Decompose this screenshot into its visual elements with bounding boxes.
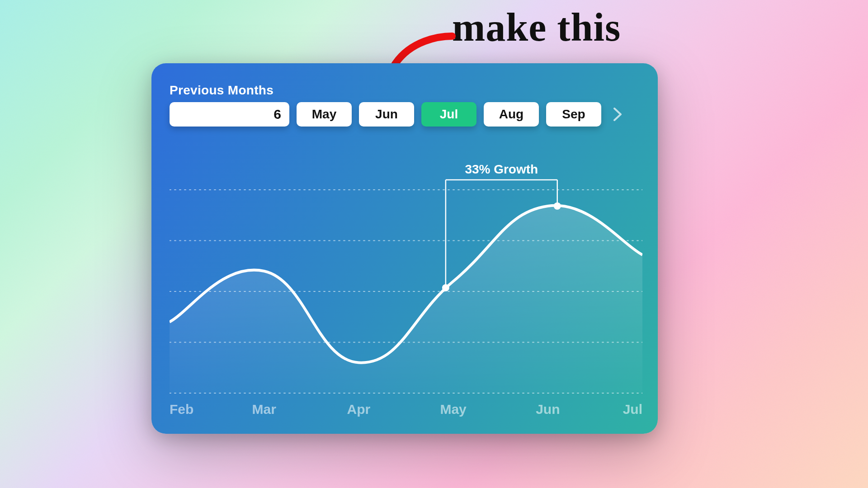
chevron-right-icon bbox=[614, 108, 621, 120]
x-axis-label: Apr bbox=[347, 402, 371, 417]
month-pill-may[interactable]: May bbox=[297, 102, 352, 127]
x-axis-label: May bbox=[440, 402, 467, 417]
growth-chart: 33% Growth FebMarAprMayJunJul bbox=[170, 158, 642, 420]
handwritten-callout: make this bbox=[452, 5, 621, 50]
chart-data-point-marker bbox=[442, 284, 449, 291]
chart-data-point-marker bbox=[554, 202, 561, 210]
chart-card: Previous Months MayJunJulAugSep 33% Grow… bbox=[151, 63, 658, 434]
x-axis-label: Feb bbox=[170, 402, 193, 417]
month-controls-row: MayJunJulAugSep bbox=[170, 102, 640, 127]
month-pill-jun[interactable]: Jun bbox=[359, 102, 414, 127]
month-pill-sep[interactable]: Sep bbox=[546, 102, 601, 127]
next-months-button[interactable] bbox=[609, 102, 627, 127]
x-axis-label: Jul bbox=[623, 402, 642, 417]
previous-months-input[interactable] bbox=[170, 102, 289, 127]
month-pill-jul[interactable]: Jul bbox=[421, 102, 476, 127]
previous-months-label: Previous Months bbox=[170, 83, 640, 98]
growth-annotation: 33% Growth bbox=[465, 162, 538, 176]
x-axis-label: Mar bbox=[252, 402, 277, 417]
chart-svg: 33% Growth FebMarAprMayJunJul bbox=[170, 158, 642, 420]
month-pill-aug[interactable]: Aug bbox=[484, 102, 539, 127]
x-axis-label: Jun bbox=[536, 402, 560, 417]
